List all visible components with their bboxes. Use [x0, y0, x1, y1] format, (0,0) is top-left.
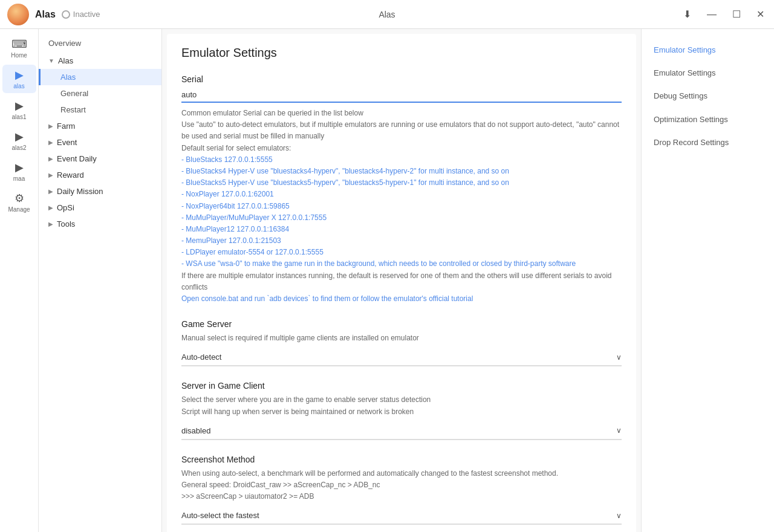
download-button[interactable]: ⬇ [681, 6, 694, 22]
setting-desc-game-server: Manual select is required if multiple ga… [181, 332, 622, 344]
nav-section-event-daily[interactable]: ▶Event Daily [39, 151, 161, 167]
nav-section-alas[interactable]: ▼Alas [39, 53, 161, 69]
select-value-game-server: Auto-detect [181, 352, 222, 362]
right-panel: Emulator SettingsEmulator SettingsDebug … [641, 29, 774, 532]
content-panel: Emulator Settings SerialCommon emulator … [162, 29, 641, 532]
icon-sidebar-item-alas[interactable]: ▶ alas [2, 65, 36, 93]
select-value-screenshot-method: Auto-select the fastest [181, 511, 259, 520]
titlebar-right: ⬇ — ☐ ✕ [681, 6, 767, 22]
right-nav-emulator-settings-top[interactable]: Emulator Settings [642, 39, 774, 62]
home-icon: ⌨ [11, 37, 27, 51]
right-nav-emulator-settings[interactable]: Emulator Settings [642, 62, 774, 85]
setting-desc-server-in-game-client: Select the server where you are in the g… [181, 394, 622, 417]
icon-sidebar-item-alas2[interactable]: ▶ alas2 [2, 126, 36, 155]
right-nav-debug-settings[interactable]: Debug Settings [642, 85, 774, 108]
input-serial[interactable] [181, 88, 622, 103]
alas2-label: alas2 [12, 144, 27, 151]
nav-overview[interactable]: Overview [39, 34, 161, 53]
nav-section-label: Daily Mission [57, 187, 103, 196]
maximize-button[interactable]: ☐ [730, 6, 743, 22]
setting-label-game-server: Game Server [181, 319, 622, 329]
titlebar-left: Alas Inactive [7, 4, 100, 25]
chevron-icon: ▶ [48, 139, 53, 146]
setting-game-server: Game ServerManual select is required if … [181, 319, 622, 366]
manage-label: Manage [8, 206, 30, 213]
setting-label-screenshot-method: Screenshot Method [181, 455, 622, 464]
status-indicator: Inactive [62, 10, 100, 19]
nav-child-restart[interactable]: Restart [39, 102, 161, 118]
nav-section-tools[interactable]: ▶Tools [39, 216, 161, 232]
nav-section-label: Tools [57, 219, 75, 229]
icon-sidebar-item-manage[interactable]: ⚙ Manage [2, 188, 36, 216]
setting-serial: SerialCommon emulator Serial can be quer… [181, 74, 622, 305]
content-scroll[interactable]: Emulator Settings SerialCommon emulator … [162, 29, 641, 532]
settings-container: SerialCommon emulator Serial can be quer… [181, 74, 622, 525]
chevron-down-icon: ∨ [616, 511, 622, 520]
setting-server-in-game-client: Server in Game ClientSelect the server w… [181, 381, 622, 440]
manage-icon: ⚙ [15, 192, 24, 205]
section-title: Emulator Settings [181, 46, 622, 60]
chevron-icon: ▼ [48, 57, 54, 64]
icon-sidebar-item-alas1[interactable]: ▶ alas1 [2, 96, 36, 124]
content-inner: Emulator Settings SerialCommon emulator … [167, 34, 636, 532]
icon-sidebar: ⌨ Home ▶ alas ▶ alas1 ▶ alas2 ▶ maa ⚙ Ma… [0, 29, 39, 532]
status-label: Inactive [73, 10, 100, 19]
right-nav-optimization-settings[interactable]: Optimization Settings [642, 108, 774, 131]
icon-sidebar-item-home[interactable]: ⌨ Home [2, 34, 36, 62]
maa-icon: ▶ [15, 161, 24, 174]
nav-sidebar: Overview▼AlasAlasGeneralRestart▶Farm▶Eve… [39, 29, 162, 532]
nav-child-alas-child[interactable]: Alas [39, 69, 161, 85]
nav-section-reward[interactable]: ▶Reward [39, 167, 161, 183]
select-screenshot-method[interactable]: Auto-select the fastest∨ [181, 507, 622, 525]
main-layout: ⌨ Home ▶ alas ▶ alas1 ▶ alas2 ▶ maa ⚙ Ma… [0, 29, 774, 532]
titlebar-center: Alas [379, 10, 395, 19]
select-value-server-in-game-client: disabled [181, 426, 210, 435]
chevron-down-icon: ∨ [616, 426, 622, 435]
chevron-down-icon: ∨ [616, 353, 622, 362]
alas-label: alas [13, 83, 24, 89]
avatar [7, 4, 29, 25]
nav-child-general[interactable]: General [39, 85, 161, 102]
close-button[interactable]: ✕ [754, 6, 767, 22]
status-dot [62, 10, 70, 19]
right-nav-drop-record-settings[interactable]: Drop Record Settings [642, 131, 774, 154]
nav-section-label: Event [57, 138, 77, 147]
setting-desc-screenshot-method: When using auto-select, a benchmark will… [181, 468, 622, 503]
nav-section-opsi[interactable]: ▶OpSi [39, 199, 161, 216]
maa-label: maa [13, 175, 25, 182]
alas1-icon: ▶ [15, 99, 24, 112]
nav-section-label: Reward [57, 170, 84, 180]
chevron-icon: ▶ [48, 155, 53, 162]
nav-section-event[interactable]: ▶Event [39, 134, 161, 151]
home-label: Home [11, 52, 27, 59]
nav-section-label: OpSi [57, 203, 74, 212]
chevron-icon: ▶ [48, 172, 53, 178]
chevron-icon: ▶ [48, 123, 53, 129]
center-title: Alas [379, 10, 395, 19]
nav-section-daily-mission[interactable]: ▶Daily Mission [39, 183, 161, 199]
nav-section-label: Event Daily [57, 154, 97, 163]
setting-screenshot-method: Screenshot MethodWhen using auto-select,… [181, 455, 622, 525]
app-name: Alas [35, 9, 56, 20]
setting-label-server-in-game-client: Server in Game Client [181, 381, 622, 391]
main-content: Emulator Settings SerialCommon emulator … [162, 29, 774, 532]
alas1-label: alas1 [12, 114, 27, 120]
select-game-server[interactable]: Auto-detect∨ [181, 349, 622, 366]
nav-section-label: Alas [58, 56, 73, 65]
setting-label-serial: Serial [181, 74, 622, 84]
minimize-button[interactable]: — [704, 7, 719, 22]
chevron-icon: ▶ [48, 221, 53, 227]
icon-sidebar-item-maa[interactable]: ▶ maa [2, 157, 36, 186]
titlebar: Alas Inactive Alas ⬇ — ☐ ✕ [0, 0, 774, 29]
chevron-icon: ▶ [48, 188, 53, 195]
nav-section-label: Farm [57, 122, 75, 131]
chevron-icon: ▶ [48, 204, 53, 211]
alas-icon: ▶ [15, 68, 24, 82]
select-server-in-game-client[interactable]: disabled∨ [181, 423, 622, 440]
nav-section-farm[interactable]: ▶Farm [39, 118, 161, 134]
alas2-icon: ▶ [15, 130, 24, 143]
setting-desc-serial: Common emulator Serial can be queried in… [181, 108, 622, 305]
